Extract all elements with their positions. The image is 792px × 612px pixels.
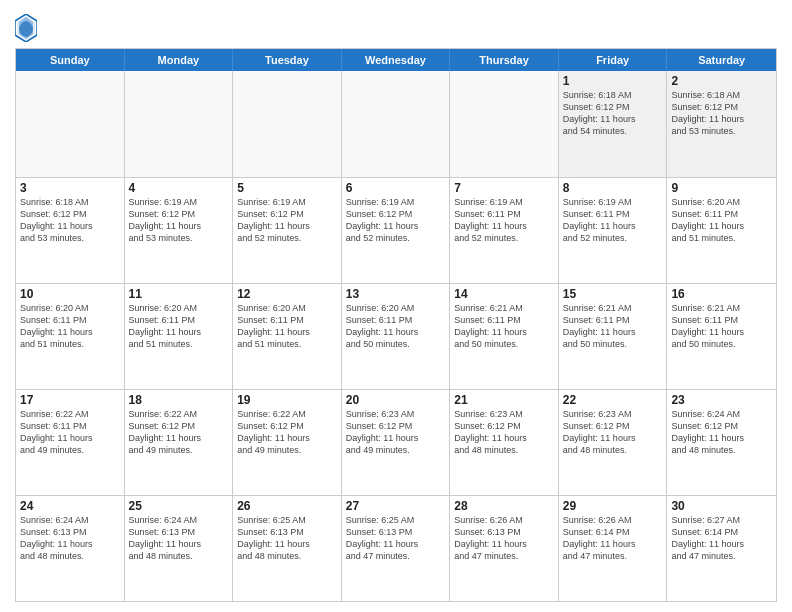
day-number: 21 [454, 393, 554, 407]
calendar-cell [125, 71, 234, 177]
cell-detail: Sunrise: 6:26 AMSunset: 6:13 PMDaylight:… [454, 514, 554, 563]
calendar-cell [233, 71, 342, 177]
day-number: 25 [129, 499, 229, 513]
calendar-cell: 27Sunrise: 6:25 AMSunset: 6:13 PMDayligh… [342, 496, 451, 601]
day-number: 30 [671, 499, 772, 513]
cell-detail: Sunrise: 6:26 AMSunset: 6:14 PMDaylight:… [563, 514, 663, 563]
day-number: 16 [671, 287, 772, 301]
calendar-cell: 10Sunrise: 6:20 AMSunset: 6:11 PMDayligh… [16, 284, 125, 389]
logo [15, 14, 41, 42]
calendar-cell: 29Sunrise: 6:26 AMSunset: 6:14 PMDayligh… [559, 496, 668, 601]
day-number: 28 [454, 499, 554, 513]
calendar-cell: 23Sunrise: 6:24 AMSunset: 6:12 PMDayligh… [667, 390, 776, 495]
cell-detail: Sunrise: 6:27 AMSunset: 6:14 PMDaylight:… [671, 514, 772, 563]
cell-detail: Sunrise: 6:18 AMSunset: 6:12 PMDaylight:… [671, 89, 772, 138]
calendar-cell: 19Sunrise: 6:22 AMSunset: 6:12 PMDayligh… [233, 390, 342, 495]
cell-detail: Sunrise: 6:19 AMSunset: 6:11 PMDaylight:… [454, 196, 554, 245]
header-day-sunday: Sunday [16, 49, 125, 71]
cell-detail: Sunrise: 6:22 AMSunset: 6:11 PMDaylight:… [20, 408, 120, 457]
cell-detail: Sunrise: 6:23 AMSunset: 6:12 PMDaylight:… [454, 408, 554, 457]
calendar-header: SundayMondayTuesdayWednesdayThursdayFrid… [16, 49, 776, 71]
day-number: 10 [20, 287, 120, 301]
header-day-monday: Monday [125, 49, 234, 71]
day-number: 14 [454, 287, 554, 301]
calendar-cell: 11Sunrise: 6:20 AMSunset: 6:11 PMDayligh… [125, 284, 234, 389]
header-day-friday: Friday [559, 49, 668, 71]
cell-detail: Sunrise: 6:24 AMSunset: 6:13 PMDaylight:… [20, 514, 120, 563]
calendar-cell: 2Sunrise: 6:18 AMSunset: 6:12 PMDaylight… [667, 71, 776, 177]
header-day-wednesday: Wednesday [342, 49, 451, 71]
cell-detail: Sunrise: 6:21 AMSunset: 6:11 PMDaylight:… [454, 302, 554, 351]
day-number: 22 [563, 393, 663, 407]
day-number: 23 [671, 393, 772, 407]
calendar-cell: 4Sunrise: 6:19 AMSunset: 6:12 PMDaylight… [125, 178, 234, 283]
cell-detail: Sunrise: 6:21 AMSunset: 6:11 PMDaylight:… [671, 302, 772, 351]
calendar-cell: 3Sunrise: 6:18 AMSunset: 6:12 PMDaylight… [16, 178, 125, 283]
header-day-tuesday: Tuesday [233, 49, 342, 71]
calendar-cell [16, 71, 125, 177]
cell-detail: Sunrise: 6:20 AMSunset: 6:11 PMDaylight:… [671, 196, 772, 245]
calendar-cell: 1Sunrise: 6:18 AMSunset: 6:12 PMDaylight… [559, 71, 668, 177]
cell-detail: Sunrise: 6:20 AMSunset: 6:11 PMDaylight:… [237, 302, 337, 351]
calendar-cell: 15Sunrise: 6:21 AMSunset: 6:11 PMDayligh… [559, 284, 668, 389]
calendar-cell: 22Sunrise: 6:23 AMSunset: 6:12 PMDayligh… [559, 390, 668, 495]
calendar-row-5: 24Sunrise: 6:24 AMSunset: 6:13 PMDayligh… [16, 495, 776, 601]
cell-detail: Sunrise: 6:22 AMSunset: 6:12 PMDaylight:… [129, 408, 229, 457]
day-number: 15 [563, 287, 663, 301]
cell-detail: Sunrise: 6:22 AMSunset: 6:12 PMDaylight:… [237, 408, 337, 457]
calendar-cell [450, 71, 559, 177]
cell-detail: Sunrise: 6:24 AMSunset: 6:12 PMDaylight:… [671, 408, 772, 457]
cell-detail: Sunrise: 6:19 AMSunset: 6:12 PMDaylight:… [237, 196, 337, 245]
cell-detail: Sunrise: 6:25 AMSunset: 6:13 PMDaylight:… [237, 514, 337, 563]
calendar: SundayMondayTuesdayWednesdayThursdayFrid… [15, 48, 777, 602]
day-number: 13 [346, 287, 446, 301]
calendar-cell: 21Sunrise: 6:23 AMSunset: 6:12 PMDayligh… [450, 390, 559, 495]
cell-detail: Sunrise: 6:23 AMSunset: 6:12 PMDaylight:… [346, 408, 446, 457]
cell-detail: Sunrise: 6:19 AMSunset: 6:12 PMDaylight:… [129, 196, 229, 245]
calendar-row-1: 1Sunrise: 6:18 AMSunset: 6:12 PMDaylight… [16, 71, 776, 177]
cell-detail: Sunrise: 6:23 AMSunset: 6:12 PMDaylight:… [563, 408, 663, 457]
calendar-cell: 24Sunrise: 6:24 AMSunset: 6:13 PMDayligh… [16, 496, 125, 601]
calendar-cell: 16Sunrise: 6:21 AMSunset: 6:11 PMDayligh… [667, 284, 776, 389]
calendar-cell [342, 71, 451, 177]
day-number: 18 [129, 393, 229, 407]
calendar-body: 1Sunrise: 6:18 AMSunset: 6:12 PMDaylight… [16, 71, 776, 601]
cell-detail: Sunrise: 6:25 AMSunset: 6:13 PMDaylight:… [346, 514, 446, 563]
calendar-cell: 12Sunrise: 6:20 AMSunset: 6:11 PMDayligh… [233, 284, 342, 389]
day-number: 20 [346, 393, 446, 407]
calendar-cell: 8Sunrise: 6:19 AMSunset: 6:11 PMDaylight… [559, 178, 668, 283]
calendar-cell: 5Sunrise: 6:19 AMSunset: 6:12 PMDaylight… [233, 178, 342, 283]
header [15, 10, 777, 42]
calendar-row-2: 3Sunrise: 6:18 AMSunset: 6:12 PMDaylight… [16, 177, 776, 283]
day-number: 6 [346, 181, 446, 195]
calendar-cell: 26Sunrise: 6:25 AMSunset: 6:13 PMDayligh… [233, 496, 342, 601]
calendar-cell: 25Sunrise: 6:24 AMSunset: 6:13 PMDayligh… [125, 496, 234, 601]
cell-detail: Sunrise: 6:19 AMSunset: 6:11 PMDaylight:… [563, 196, 663, 245]
cell-detail: Sunrise: 6:19 AMSunset: 6:12 PMDaylight:… [346, 196, 446, 245]
day-number: 19 [237, 393, 337, 407]
day-number: 12 [237, 287, 337, 301]
cell-detail: Sunrise: 6:21 AMSunset: 6:11 PMDaylight:… [563, 302, 663, 351]
calendar-cell: 18Sunrise: 6:22 AMSunset: 6:12 PMDayligh… [125, 390, 234, 495]
day-number: 29 [563, 499, 663, 513]
calendar-cell: 17Sunrise: 6:22 AMSunset: 6:11 PMDayligh… [16, 390, 125, 495]
day-number: 7 [454, 181, 554, 195]
calendar-cell: 20Sunrise: 6:23 AMSunset: 6:12 PMDayligh… [342, 390, 451, 495]
cell-detail: Sunrise: 6:18 AMSunset: 6:12 PMDaylight:… [563, 89, 663, 138]
cell-detail: Sunrise: 6:18 AMSunset: 6:12 PMDaylight:… [20, 196, 120, 245]
cell-detail: Sunrise: 6:20 AMSunset: 6:11 PMDaylight:… [20, 302, 120, 351]
header-day-thursday: Thursday [450, 49, 559, 71]
header-day-saturday: Saturday [667, 49, 776, 71]
cell-detail: Sunrise: 6:20 AMSunset: 6:11 PMDaylight:… [129, 302, 229, 351]
day-number: 3 [20, 181, 120, 195]
day-number: 26 [237, 499, 337, 513]
page: SundayMondayTuesdayWednesdayThursdayFrid… [0, 0, 792, 612]
day-number: 17 [20, 393, 120, 407]
day-number: 2 [671, 74, 772, 88]
calendar-cell: 30Sunrise: 6:27 AMSunset: 6:14 PMDayligh… [667, 496, 776, 601]
calendar-cell: 7Sunrise: 6:19 AMSunset: 6:11 PMDaylight… [450, 178, 559, 283]
day-number: 4 [129, 181, 229, 195]
calendar-cell: 14Sunrise: 6:21 AMSunset: 6:11 PMDayligh… [450, 284, 559, 389]
calendar-cell: 9Sunrise: 6:20 AMSunset: 6:11 PMDaylight… [667, 178, 776, 283]
day-number: 9 [671, 181, 772, 195]
